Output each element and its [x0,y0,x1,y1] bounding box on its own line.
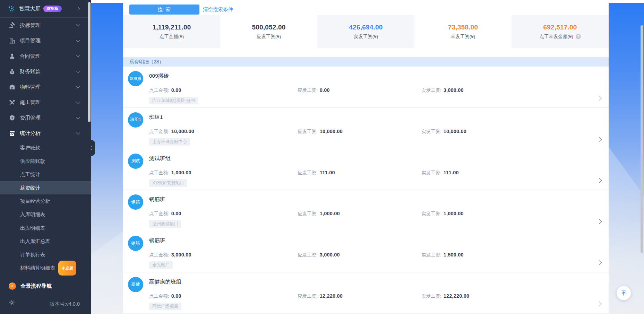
clear-search-link[interactable]: 清空搜索条件 [203,5,233,15]
chevron-right-icon [597,137,602,142]
menu-item-label: 投标管理 [20,22,41,29]
pro-badge: 专业版 [58,261,77,276]
field-label-sfgz: 实发工资: [421,88,441,93]
sidebar-submenu-item[interactable]: 项目经营分析 [0,194,91,208]
sidebar-menu-item[interactable]: 统计分析 [0,126,91,141]
salary-row[interactable]: 钢筋 钢筋班 点工金额:0.00 应发工资:1,000.00 实发工资:1,00… [123,190,609,231]
building-icon [9,38,15,44]
submenu-item-label: 客户账款 [20,141,40,155]
menu-item-label: 统计分析 [20,130,41,137]
page-scrollbar-thumb[interactable] [641,25,643,253]
field-value-dgje: 0.00 [171,211,181,216]
stat-card: 1,119,211.00 点工金额(¥) [123,15,220,48]
sidebar-submenu-item[interactable]: 点工统计 [0,168,91,181]
svg-text:¥: ¥ [11,116,13,120]
submenu-item-label: 供应商账款 [20,155,45,168]
project-tag: 温州测试项目 [149,220,181,228]
sidebar-menu-item[interactable]: ¥ 财务账款 [0,64,91,80]
field-label-dgje: 点工金额: [149,294,169,299]
app-title: 智慧大屏 [19,5,41,12]
project-tag: XX锅炉安装项目 [149,179,187,187]
project-tag: 金光电厂 [149,261,173,269]
version-label: 版本号:v4.0.0 [50,301,80,307]
back-to-top-button[interactable] [617,286,631,300]
field-label-dgje: 点工金额: [149,129,169,134]
field-value-sfgz: 1,000.00 [444,211,464,216]
stats-icon [9,130,15,137]
project-tag: 上海环球金融中心 [149,138,190,146]
sidebar-submenu-item[interactable]: 供应商账款 [0,155,91,168]
salary-list: 009搬 009搬砖 点工金额:0.00 应发工资:0.00 实发工资:3,00… [123,67,609,314]
chevron-right-icon [597,260,602,265]
field-label-yfgz: 应发工资: [298,129,318,134]
sidebar-scrollbar-thumb[interactable] [88,2,91,122]
menu-item-label: 费用管理 [20,115,41,121]
warehouse-icon [9,84,15,90]
chevron-right-icon [597,302,602,306]
salary-row[interactable]: 钢筋 钢筋班 点工金额:3,000.00 应发工资:3,000.00 实发工资:… [123,231,609,272]
stat-card: 73,358.00 未发工资(¥) [414,15,512,48]
content-panel: 搜 索 清空搜索条件 1,119,211.00 点工金额(¥) 500,052.… [123,3,609,314]
sidebar-submenu: 客户账款 供应商账款 点工统计 薪资统计 [0,141,91,275]
chevron-down-icon [76,38,80,42]
sidebar-submenu-item[interactable]: 薪资统计 [0,181,91,195]
avatar: 009搬 [128,71,143,86]
sidebar-menu-item[interactable]: 项目管理 [0,33,91,49]
salary-row[interactable]: 009搬 009搬砖 点工金额:0.00 应发工资:0.00 实发工资:3,00… [123,67,609,108]
field-value-sfgz: 3,000.00 [444,87,464,93]
app-window: 智慧大屏 旗舰版 投标管理 项目管理 合 [0,0,644,314]
top-form-edge [91,0,644,3]
menu-item-label: 合同管理 [20,53,41,60]
chevron-right-icon [597,219,602,224]
field-label-sfgz: 实发工资: [421,211,441,216]
chevron-down-icon [76,131,80,134]
gear-icon[interactable] [9,299,15,306]
stat-value: 500,052.00 [252,24,285,31]
submenu-item-label: 出入库汇总表 [20,235,50,248]
team-name: 测试班组 [149,155,171,162]
sidebar-menu-item[interactable]: 物料管理 [0,79,91,95]
svg-text:¥: ¥ [11,71,13,74]
project-tag: 滨江花城8期项目-分包 [149,97,198,104]
field-label-dgje: 点工金额: [149,170,169,175]
sidebar-submenu-item[interactable]: 入库明细表 [0,208,91,221]
salary-row[interactable]: 高健 高健康的班组 点工金额:0.00 应发工资:12,220.00 实发工资:… [123,272,609,314]
sidebar-bottom: 全景流程导航 版本号:v4.0.0 [0,277,91,314]
sidebar: 智慧大屏 旗舰版 投标管理 项目管理 合 [0,0,91,314]
stat-label: 点工未发金额(¥) [539,34,573,40]
field-label-dgje: 点工金额: [149,211,169,216]
chevron-right-icon [76,7,80,10]
salary-row[interactable]: 班组1 班组1 点工金额:10,000.00 应发工资:10,000.00 实发… [123,108,609,149]
sidebar-submenu-item[interactable]: 出库明细表 [0,221,91,235]
field-value-dgje: 0.00 [171,87,181,93]
logo-icon [8,6,15,12]
sidebar-submenu-item[interactable]: 材料结算明细表 专业版 [0,261,91,275]
sidebar-menu-item[interactable]: 施工管理 [0,95,91,111]
sidebar-menu: 投标管理 项目管理 合同管理 ¥ 财务账款 [0,18,91,141]
field-label-sfgz: 实发工资: [421,252,441,258]
sidebar-submenu-item[interactable]: 出入库汇总表 [0,235,91,248]
chevron-right-icon [597,96,602,101]
sidebar-submenu-item[interactable]: 客户账款 [0,141,91,155]
stat-card: 692,517.00 点工未发金额(¥) ? [512,15,609,48]
menu-item-label: 施工管理 [20,99,41,106]
salary-row[interactable]: 测试 测试班组 点工金额:1,000.00 应发工资:111.00 实发工资:1… [123,149,609,190]
panorama-nav-item[interactable]: 全景流程导航 [0,277,91,295]
stat-card: 500,052.00 应发工资(¥) [220,15,317,48]
submenu-item-label: 订单执行表 [20,248,45,262]
submenu-item-label: 项目经营分析 [20,194,50,208]
sidebar-menu-item[interactable]: 投标管理 [0,18,91,33]
sidebar-menu-item[interactable]: 合同管理 [0,49,91,64]
sidebar-menu-item[interactable]: ¥ 费用管理 [0,110,91,126]
team-name: 班组1 [149,114,163,121]
shield-icon: ¥ [9,115,15,121]
field-value-sfgz: 111.00 [444,170,459,175]
search-button[interactable]: 搜 索 [129,5,199,15]
field-label-yfgz: 应发工资: [298,211,318,216]
field-label-yfgz: 应发工资: [298,294,318,299]
sidebar-submenu-item[interactable]: 订单执行表 [0,248,91,262]
menu-item-label: 项目管理 [20,37,41,44]
sidebar-logo-item[interactable]: 智慧大屏 旗舰版 [0,0,91,17]
help-icon[interactable]: ? [576,34,581,39]
field-label-yfgz: 应发工资: [298,170,318,175]
